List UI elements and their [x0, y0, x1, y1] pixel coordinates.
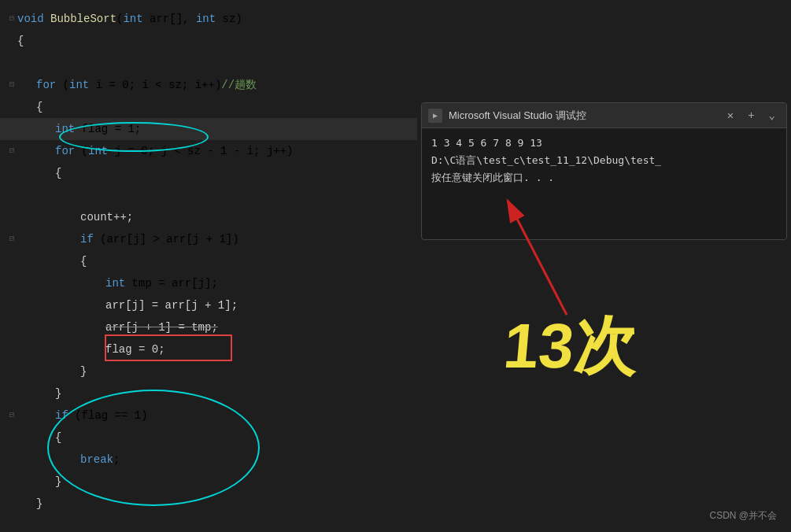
code-line-2: {: [0, 30, 417, 52]
code-text-16: flag = 0;: [17, 338, 417, 360]
code-text-22: }: [17, 471, 417, 493]
annotation-13ci: 13次: [501, 315, 640, 378]
terminal-icon: ▶: [428, 109, 442, 123]
code-text-12: {: [17, 250, 417, 272]
code-text-10: count++;: [17, 206, 417, 228]
code-text-11: if (arr[j] > arr[j + 1]): [17, 228, 417, 250]
code-text-4: for (int i = 0; i < sz; i++)//趟数: [17, 74, 417, 96]
code-line-4: ⊟ for (int i = 0; i < sz; i++)//趟数: [0, 74, 417, 96]
terminal-more-btn[interactable]: ⌄: [764, 107, 780, 124]
code-line-10: count++;: [0, 206, 417, 228]
code-line-11: ⊟ if (arr[j] > arr[j + 1]): [0, 228, 417, 250]
csdn-watermark: CSDN @并不会: [709, 509, 777, 523]
code-line-18: }: [0, 382, 417, 405]
code-text-13: int tmp = arr[j];: [17, 272, 417, 294]
code-line-23: }: [0, 493, 417, 515]
terminal-output-1: 1 3 4 5 6 7 8 9 13: [431, 135, 777, 152]
code-line-14: arr[j] = arr[j + 1];: [0, 294, 417, 316]
code-line-1: ⊟ void BubbleSort(int arr[], int sz): [0, 8, 417, 30]
code-text-2: {: [17, 30, 417, 52]
code-text-19: if (flag == 1): [17, 405, 417, 427]
code-text-17: }: [17, 360, 417, 382]
terminal-titlebar: ▶ Microsoft Visual Studio 调试控 ✕ + ⌄: [422, 103, 786, 128]
code-text-14: arr[j] = arr[j + 1];: [17, 294, 417, 316]
terminal-window: ▶ Microsoft Visual Studio 调试控 ✕ + ⌄ 1 3 …: [421, 102, 787, 240]
code-text-18: }: [17, 382, 417, 405]
code-text-15: arr[j + 1] = tmp;: [17, 316, 417, 338]
code-line-6: int flag = 1;: [0, 118, 417, 140]
collapse-4[interactable]: ⊟: [6, 74, 17, 96]
terminal-controls: ✕ + ⌄: [723, 107, 780, 124]
code-text-8: {: [17, 162, 417, 184]
code-text-21: break;: [17, 449, 417, 471]
code-line-5: {: [0, 96, 417, 118]
code-line-22: }: [0, 471, 417, 493]
code-line-19: ⊟ if (flag == 1): [0, 405, 417, 427]
code-text-5: {: [17, 96, 417, 118]
code-line-20: {: [0, 427, 417, 449]
terminal-title: Microsoft Visual Studio 调试控: [449, 109, 716, 123]
collapse-7[interactable]: ⊟: [6, 140, 17, 162]
collapse-11[interactable]: ⊟: [6, 228, 17, 250]
terminal-close-btn[interactable]: ✕: [723, 107, 738, 124]
code-line-9: [0, 184, 417, 206]
collapse-1[interactable]: ⊟: [6, 8, 17, 30]
code-text-1: void BubbleSort(int arr[], int sz): [17, 8, 417, 30]
terminal-new-btn[interactable]: +: [743, 108, 759, 124]
code-line-8: {: [0, 162, 417, 184]
code-line-7: ⊟ for (int j = 0; j < sz - 1 - i; j++): [0, 140, 417, 162]
code-text-6: int flag = 1;: [17, 118, 417, 140]
code-line-17: }: [0, 360, 417, 382]
terminal-output-3: 按任意键关闭此窗口. . .: [431, 169, 777, 187]
code-editor: ⊟ void BubbleSort(int arr[], int sz) { ⊟…: [0, 0, 417, 532]
code-text-7: for (int j = 0; j < sz - 1 - i; j++): [17, 140, 417, 162]
code-line-3: [0, 52, 417, 74]
terminal-body: 1 3 4 5 6 7 8 9 13 D:\C语言\test_c\test_11…: [422, 128, 786, 239]
code-line-15: arr[j + 1] = tmp;: [0, 316, 417, 338]
code-text-23: }: [17, 493, 417, 515]
code-line-21: break;: [0, 449, 417, 471]
code-text-20: {: [17, 427, 417, 449]
code-line-13: int tmp = arr[j];: [0, 272, 417, 294]
terminal-output-2: D:\C语言\test_c\test_11_12\Debug\test_: [431, 152, 777, 169]
collapse-19[interactable]: ⊟: [6, 405, 17, 427]
code-line-16: flag = 0;: [0, 338, 417, 360]
code-line-12: {: [0, 250, 417, 272]
